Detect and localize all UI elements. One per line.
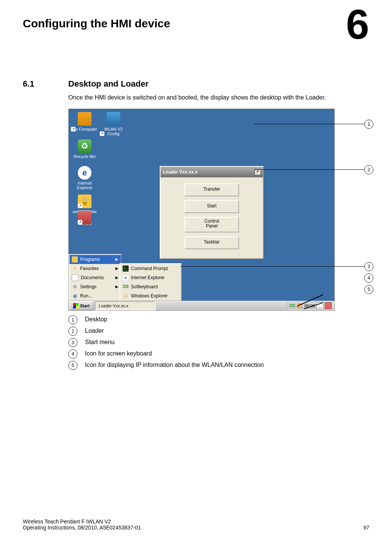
- callout-3: 3: [364, 262, 373, 271]
- softkeyboard-icon: ⌨: [123, 284, 129, 290]
- callout-1-line: [254, 124, 364, 125]
- recycle-bin-label: Recycle Bin: [74, 154, 96, 159]
- run-icon: ▣: [72, 293, 78, 299]
- legend-1: Desktop: [85, 316, 107, 323]
- documents-icon: [72, 274, 79, 281]
- windows-explorer-label: Windows Explorer: [131, 293, 168, 299]
- desktop-icon-my-computer[interactable]: ↗ My Computer: [71, 112, 98, 131]
- legend-5: Icon for displaying IP information about…: [85, 362, 264, 368]
- taskbar-loader-button[interactable]: Loader Vxx.xx.x: [95, 301, 156, 310]
- intro-paragraph: Once the HMI device is switched on and b…: [68, 93, 364, 102]
- submenu-internet-explorer[interactable]: e Internet Explorer: [120, 273, 181, 282]
- loader-control-panel-label-l2: Panel: [206, 223, 218, 229]
- footer-line2: Operating Instructions, 08/2010, A5E0245…: [23, 525, 141, 531]
- figure-legend: 1Desktop 2Loader 3Start menu 4Icon for s…: [68, 315, 369, 370]
- callout-2-line: [254, 169, 364, 170]
- favorites-label: Favorites: [80, 266, 99, 271]
- legend-num-2: 2: [68, 327, 77, 336]
- chapter-number: 6: [346, 8, 369, 41]
- loader-taskbar-button[interactable]: Taskbar: [184, 236, 239, 249]
- programs-folder-icon: [72, 256, 78, 262]
- wlan-config-label: WLAN V2 Config: [104, 127, 123, 136]
- chapter-title: Configuring the HMI device: [23, 17, 170, 30]
- softkeyboard-label: Softkeyboard: [131, 284, 158, 289]
- callout-1: 1: [364, 120, 373, 129]
- favorites-arrow-icon: ▶: [115, 266, 118, 270]
- internet-explorer-label: Internet Explorer: [77, 181, 93, 190]
- windows-explorer-icon: 🗂: [123, 293, 129, 299]
- loader-title-text: Loader Vxx.xx.x: [163, 169, 197, 175]
- callout-3-line: [180, 266, 364, 267]
- run-label: Run...: [80, 293, 92, 299]
- documents-label: Documents: [81, 275, 104, 280]
- start-menu-programs[interactable]: Programs ▶: [69, 255, 121, 264]
- taskbar: Start Loader Vxx.xx.x ⌨ 📶 00:00 ▁: [69, 301, 334, 310]
- submenu-softkeyboard[interactable]: ⌨ Softkeyboard: [120, 282, 181, 291]
- callout-2: 2: [364, 165, 373, 174]
- desktop-icon-internet-explorer[interactable]: e Internet Explorer: [71, 166, 98, 190]
- callout-5: 5: [364, 285, 373, 294]
- documents-arrow-icon: ▶: [115, 275, 118, 280]
- page-number: 97: [363, 525, 369, 531]
- loader-start-button[interactable]: Start: [184, 200, 239, 213]
- secure-mode-icon: ↗: [78, 194, 91, 208]
- settings-gear-icon: ⚙: [72, 284, 78, 290]
- start-menu-documents[interactable]: Documents ▶: [69, 273, 121, 282]
- command-prompt-icon: >_: [123, 265, 129, 272]
- programs-arrow-icon: ▶: [115, 257, 118, 261]
- start-menu-favorites[interactable]: ★ Favorites ▶: [69, 264, 121, 273]
- command-prompt-label: Command Prompt: [131, 266, 168, 271]
- my-computer-icon: ↗: [78, 112, 91, 126]
- loader-control-panel-button[interactable]: Control Panel: [184, 217, 239, 232]
- programs-submenu[interactable]: >_ Command Prompt e Internet Explorer ⌨ …: [120, 263, 182, 301]
- tray-display-icon[interactable]: [325, 302, 332, 309]
- loader-titlebar[interactable]: Loader Vxx.xx.x ×: [161, 167, 263, 177]
- legend-num-3: 3: [68, 338, 77, 347]
- legend-num-4: 4: [68, 349, 77, 359]
- tray-screen-keyboard-icon[interactable]: ⌨: [289, 303, 295, 309]
- section-number: 6.1: [23, 79, 46, 89]
- settings-arrow-icon: ▶: [115, 284, 118, 289]
- start-button[interactable]: Start: [69, 301, 93, 310]
- loader-control-panel-label-l1: Control: [205, 218, 219, 224]
- legend-num-1: 1: [68, 315, 77, 324]
- start-menu-settings[interactable]: ⚙ Settings ▶: [69, 282, 121, 291]
- desktop-icon-taskbar[interactable]: ↗ TaskBar: [71, 221, 98, 226]
- submenu-command-prompt[interactable]: >_ Command Prompt: [120, 264, 181, 273]
- loader-transfer-button[interactable]: Transfer: [184, 183, 239, 196]
- start-menu[interactable]: Programs ▶ ★ Favorites ▶ Documents ▶ ⚙ S…: [69, 254, 121, 301]
- start-menu-run[interactable]: ▣ Run...: [69, 291, 121, 300]
- callout-4: 4: [364, 273, 373, 283]
- taskbar-loader-label: Loader Vxx.xx.x: [99, 303, 128, 308]
- my-computer-label: My Computer: [72, 127, 97, 131]
- favorites-star-icon: ★: [72, 265, 78, 272]
- wlan-config-icon: ↗: [107, 112, 120, 126]
- legend-3: Start menu: [85, 339, 115, 346]
- page-footer: Wireless Teach Pendant F IWLAN V2 Operat…: [23, 518, 369, 531]
- loader-window[interactable]: Loader Vxx.xx.x × Transfer Start Control…: [160, 166, 264, 259]
- recycle-bin-icon: ♻: [78, 139, 91, 153]
- taskbar-shortcut-icon: ↗: [78, 210, 91, 224]
- windows-flag-icon: [73, 303, 79, 308]
- submenu-ie-icon: e: [123, 275, 129, 281]
- internet-explorer-icon: e: [78, 166, 91, 180]
- desktop-screenshot: ↗ My Computer ↗ WLAN V2 Config ♻ Recycle…: [68, 109, 335, 311]
- submenu-windows-explorer[interactable]: 🗂 Windows Explorer: [120, 291, 181, 300]
- desktop-icon-wlan-config[interactable]: ↗ WLAN V2 Config: [100, 112, 127, 136]
- legend-num-5: 5: [68, 361, 77, 370]
- footer-line1: Wireless Teach Pendant F IWLAN V2: [23, 518, 141, 525]
- start-button-label: Start: [80, 303, 90, 308]
- submenu-ie-label: Internet Explorer: [131, 275, 165, 280]
- figure: ↗ My Computer ↗ WLAN V2 Config ♻ Recycle…: [68, 109, 383, 311]
- system-tray: ⌨ 📶 00:00 ▁: [287, 302, 334, 310]
- settings-label: Settings: [80, 284, 96, 289]
- desktop-icon-recycle-bin[interactable]: ♻ Recycle Bin: [71, 139, 98, 159]
- legend-4: Icon for screen keyboard: [85, 350, 152, 357]
- legend-2: Loader: [85, 327, 104, 334]
- section-title: Desktop and Loader: [68, 79, 148, 89]
- programs-label: Programs: [80, 257, 100, 262]
